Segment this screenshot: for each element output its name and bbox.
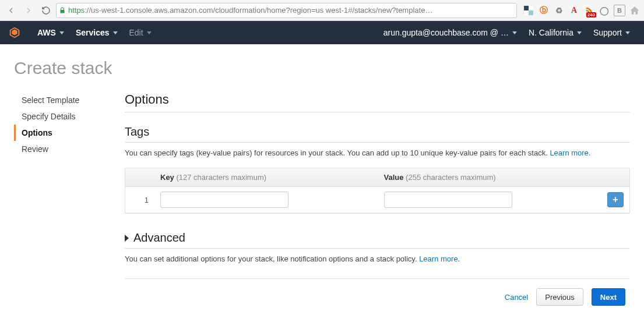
region-menu[interactable]: N. California: [523, 28, 587, 37]
reload-button[interactable]: [38, 3, 54, 18]
tags-table: Key (127 characters maximum) Value (255 …: [125, 168, 630, 214]
account-menu[interactable]: arun.gupta@couchbase.com @ …: [378, 28, 523, 37]
sidebar-item-specify-details[interactable]: Specify Details: [14, 108, 107, 125]
home-icon[interactable]: [629, 5, 641, 16]
url-text: https://us-west-1.console.aws.amazon.com…: [68, 6, 514, 15]
wizard-footer: Cancel Previous Next: [125, 278, 630, 310]
svg-rect-2: [524, 10, 529, 15]
edit-menu[interactable]: Edit: [124, 28, 157, 37]
caret-down-icon: [113, 31, 118, 34]
row-index: 1: [125, 187, 154, 213]
lock-icon: [59, 6, 66, 15]
advanced-learn-more-link[interactable]: Learn more.: [419, 254, 460, 263]
aws-header: AWS Services Edit arun.gupta@couchbase.c…: [0, 21, 644, 44]
caret-down-icon: [577, 31, 582, 34]
aws-logo-icon[interactable]: [8, 26, 21, 39]
forward-button[interactable]: [21, 3, 36, 18]
caret-down-icon: [147, 31, 152, 34]
browser-toolbar: https://us-west-1.console.aws.amazon.com…: [0, 0, 644, 21]
extension-icons: ⓑ ♻ A 240 ◯ B: [519, 5, 641, 16]
bitly-icon[interactable]: ⓑ: [538, 5, 550, 16]
tags-action-header: [601, 168, 629, 187]
tags-index-header: [125, 168, 154, 187]
svg-rect-3: [529, 10, 533, 15]
table-row: 1 +: [125, 187, 629, 213]
aws-menu[interactable]: AWS: [31, 28, 70, 37]
tags-heading: Tags: [125, 125, 630, 143]
advanced-heading-label: Advanced: [133, 231, 185, 245]
tag-key-input[interactable]: [160, 192, 288, 208]
caret-down-icon: [625, 31, 630, 34]
cancel-button[interactable]: Cancel: [505, 293, 528, 302]
next-button[interactable]: Next: [592, 288, 625, 306]
letter-a-icon[interactable]: A: [568, 5, 580, 16]
back-button[interactable]: [3, 3, 19, 18]
url-bar[interactable]: https://us-west-1.console.aws.amazon.com…: [56, 3, 517, 18]
add-tag-button[interactable]: +: [607, 192, 624, 207]
previous-button[interactable]: Previous: [536, 288, 583, 306]
delicious-icon[interactable]: [523, 5, 534, 16]
caret-down-icon: [59, 31, 64, 34]
letter-b-icon[interactable]: B: [614, 5, 625, 16]
advanced-heading[interactable]: Advanced: [125, 231, 630, 249]
caret-down-icon: [512, 31, 517, 34]
svg-rect-0: [524, 6, 529, 10]
wizard-sidebar: Select Template Specify Details Options …: [14, 92, 107, 310]
tags-key-header: Key (127 characters maximum): [154, 168, 378, 187]
sidebar-item-review[interactable]: Review: [14, 141, 107, 157]
services-menu[interactable]: Services: [70, 28, 124, 37]
svg-rect-1: [529, 6, 533, 10]
sidebar-item-options[interactable]: Options: [14, 125, 107, 141]
expand-icon: [125, 235, 129, 242]
advanced-description: You can set additional options for your …: [125, 254, 630, 263]
circle-icon[interactable]: ◯: [599, 5, 610, 16]
recycle-icon[interactable]: ♻: [553, 5, 565, 16]
tags-learn-more-link[interactable]: Learn more.: [550, 148, 590, 157]
support-menu[interactable]: Support: [587, 28, 636, 37]
tags-value-header: Value (255 characters maximum): [378, 168, 602, 187]
options-heading: Options: [125, 92, 630, 112]
rss-icon[interactable]: 240: [583, 5, 595, 16]
tags-description: You can specify tags (key-value pairs) f…: [125, 148, 630, 157]
tag-value-input[interactable]: [384, 192, 512, 208]
page-title: Create stack: [14, 58, 630, 78]
sidebar-item-select-template[interactable]: Select Template: [14, 92, 107, 108]
